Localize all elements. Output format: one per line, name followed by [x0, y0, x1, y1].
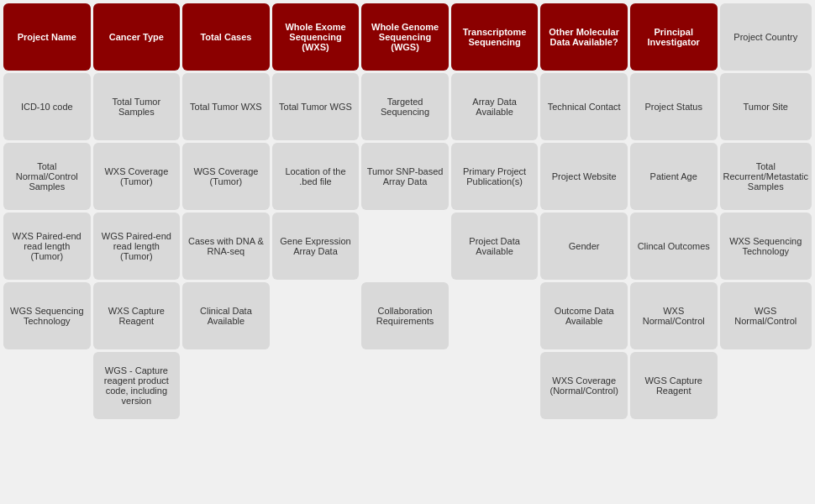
cell-r3c5: WGS Paired-end read length (Tumor) [93, 213, 181, 280]
cell-r3c7: Gene Expression Array Data [272, 213, 360, 280]
cell-r4c1: Project Data Available [451, 213, 539, 280]
cell-r2c3: Total Normal/Control Samples [3, 143, 91, 210]
cell-r4c2: Gender [540, 213, 628, 280]
cell-r2c7: Tumor SNP-based Array Data [361, 143, 449, 210]
cell-r6c3-empty [451, 352, 539, 419]
cell-r3c2: Patient Age [630, 143, 718, 210]
cell-r1c7: Array Data Available [451, 73, 539, 140]
header-wxs: Whole Exome Sequencing (WXS) [272, 3, 360, 71]
cell-r6c5: WGS Capture Reagent [630, 352, 718, 419]
cell-r6c6-empty [720, 352, 812, 419]
cell-r1c1: Project Country [720, 3, 812, 71]
cell-r1c2: ICD-10 code [3, 73, 91, 140]
cell-r3c3: Total Recurrent/Metastatic Samples [720, 143, 812, 210]
cell-r1c8: Technical Contact [540, 73, 628, 140]
cell-r1c6: Targeted Sequencing [361, 73, 449, 140]
cell-r6c4: WXS Coverage (Normal/Control) [540, 352, 628, 419]
cell-r1c3: Total Tumor Samples [93, 73, 181, 140]
cell-r4c8-empty [272, 282, 360, 349]
cell-r5c2-empty [451, 282, 539, 349]
cell-r1c4: Total Tumor WXS [182, 73, 270, 140]
cell-r2c2: Tumor Site [720, 73, 812, 140]
cell-r3c8-empty [361, 213, 449, 280]
cell-r5c5: WGS Normal/Control [720, 282, 812, 349]
main-grid: Project Name Cancer Type Total Cases Who… [3, 3, 812, 489]
header-other-molecular: Other Molecular Data Available? [540, 3, 628, 71]
cell-r2c4: WXS Coverage (Tumor) [93, 143, 181, 210]
header-wgs: Whole Genome Sequencing (WGS) [361, 3, 449, 71]
cell-r5c6-empty [3, 352, 91, 419]
cell-r6c1-empty [272, 352, 360, 419]
cell-r6c7-empty [3, 422, 91, 489]
cell-r5c1: Collaboration Requirements [361, 282, 449, 349]
cell-r6c8-empty [93, 422, 181, 489]
cell-r5c3: Outcome Data Available [540, 282, 628, 349]
header-cancer-type: Cancer Type [93, 3, 181, 71]
cell-r4c4: WXS Sequencing Technology [720, 213, 812, 280]
cell-r5c4: WXS Normal/Control [630, 282, 718, 349]
cell-r5c8-empty [182, 352, 270, 419]
cell-r4c5: WGS Sequencing Technology [3, 282, 91, 349]
cell-r3c4: WXS Paired-end read length (Tumor) [3, 213, 91, 280]
cell-r5c7: WGS - Capture reagent product code, incl… [93, 352, 181, 419]
cell-r2c8: Primary Project Publication(s) [451, 143, 539, 210]
cell-r2c6: Location of the .bed file [272, 143, 360, 210]
cell-r4c3: Clincal Outcomes [630, 213, 718, 280]
cell-r4c6: WXS Capture Reagent [93, 282, 181, 349]
header-pi: Principal Investigator [630, 3, 718, 71]
header-total-cases: Total Cases [182, 3, 270, 71]
cell-r3c1: Project Website [540, 143, 628, 210]
cell-r6c2-empty [361, 352, 449, 419]
cell-r2c5: WGS Coverage (Tumor) [182, 143, 270, 210]
header-project-name: Project Name [3, 3, 91, 71]
cell-r3c6: Cases with DNA & RNA-seq [182, 213, 270, 280]
header-transcriptome: Transcriptome Sequencing [451, 3, 539, 71]
cell-r2c1: Project Status [630, 73, 718, 140]
cell-r4c7: Clinical Data Available [182, 282, 270, 349]
cell-r1c5: Total Tumor WGS [272, 73, 360, 140]
